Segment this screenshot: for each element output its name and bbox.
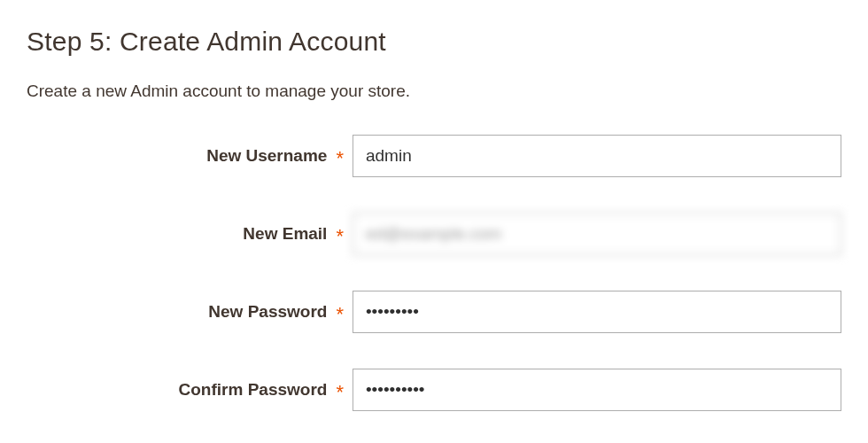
label-wrap: New Password * — [27, 302, 353, 322]
label-wrap: Confirm Password * — [27, 380, 353, 400]
confirm-password-input[interactable] — [353, 369, 841, 411]
username-input[interactable] — [353, 135, 841, 177]
email-input[interactable] — [353, 213, 841, 255]
form-row-email: New Email * — [27, 213, 841, 255]
password-input[interactable] — [353, 291, 841, 333]
confirm-password-label: Confirm Password — [179, 380, 328, 400]
page-subtitle: Create a new Admin account to manage you… — [27, 82, 841, 101]
required-asterisk-icon: * — [336, 149, 344, 168]
required-asterisk-icon: * — [336, 227, 344, 246]
username-label: New Username — [206, 146, 327, 166]
required-asterisk-icon: * — [336, 305, 344, 324]
form-row-password: New Password * — [27, 291, 841, 333]
form-row-username: New Username * — [27, 135, 841, 177]
label-wrap: New Email * — [27, 224, 353, 244]
required-asterisk-icon: * — [336, 383, 344, 402]
page-title: Step 5: Create Admin Account — [27, 27, 841, 57]
password-label: New Password — [208, 302, 327, 322]
form-row-confirm-password: Confirm Password * — [27, 369, 841, 411]
email-label: New Email — [243, 224, 327, 244]
label-wrap: New Username * — [27, 146, 353, 166]
